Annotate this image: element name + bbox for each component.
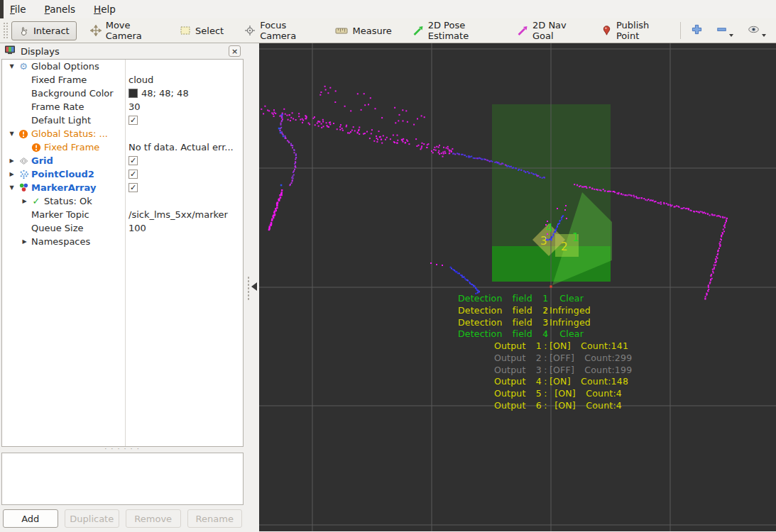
- main-area: Displays × ▼⚙Global OptionsFixed Framecl…: [0, 43, 776, 531]
- measure-label: Measure: [352, 26, 391, 36]
- tree-value-markerarray: ✓: [125, 183, 243, 192]
- collapse-panel-icon[interactable]: [251, 282, 257, 291]
- nav-goal-button[interactable]: 2D Nav Goal: [510, 21, 588, 40]
- expander-right-icon[interactable]: ▶: [19, 198, 30, 204]
- overlay-line-8: Output 4:[ON] Count:148: [458, 376, 649, 387]
- expander-down-icon[interactable]: ▼: [6, 131, 17, 137]
- panel-splitter-handle[interactable]: · · · · · ·: [0, 447, 245, 453]
- expander-down-icon[interactable]: ▼: [6, 63, 17, 70]
- window-edge: [0, 0, 4, 18]
- tree-row-global-status[interactable]: ▼Global Status: ...: [2, 127, 243, 140]
- expander-right-icon[interactable]: ▶: [19, 238, 30, 245]
- focus-camera-button[interactable]: Focus Camera: [237, 21, 322, 40]
- interact-button[interactable]: Interact: [11, 21, 77, 40]
- expander-down-icon[interactable]: ▼: [6, 184, 17, 191]
- nav-goal-label: 2D Nav Goal: [532, 20, 581, 41]
- expander-right-icon[interactable]: ▶: [6, 157, 17, 164]
- tree-row-name: Marker Topic: [2, 209, 125, 220]
- overlay-line-3: Detection field 3:Infringed: [458, 317, 649, 328]
- splitter-grip[interactable]: [247, 276, 251, 300]
- value-text: /sick_lms_5xx/marker: [129, 209, 228, 220]
- tree-row-marker-topic[interactable]: Marker Topic/sick_lms_5xx/marker: [2, 208, 243, 221]
- menu-help[interactable]: Help: [94, 4, 116, 15]
- value-text: 48; 48; 48: [141, 88, 189, 99]
- displays-panel-titlebar[interactable]: Displays ×: [0, 43, 245, 59]
- focus-camera-icon: [244, 25, 256, 36]
- tree-column-divider[interactable]: [125, 60, 126, 446]
- tree-label-grid: Grid: [30, 155, 53, 166]
- overlay-separator: :: [542, 293, 550, 304]
- publish-point-button[interactable]: Publish Point: [594, 21, 672, 40]
- tree-value-fixed-frame: cloud: [125, 74, 243, 85]
- toolbar-grip[interactable]: [3, 22, 8, 39]
- tree-row-frame-rate[interactable]: Frame Rate30: [2, 100, 243, 113]
- move-camera-button[interactable]: Move Camera: [83, 21, 166, 40]
- tree-row-marker-status[interactable]: ▶✓Status: Ok: [2, 194, 243, 208]
- overlay-name: Detection field 3: [458, 317, 542, 328]
- close-icon[interactable]: ×: [229, 45, 241, 57]
- tree-row-name: Fixed Frame: [2, 142, 125, 153]
- tree-row-default-light[interactable]: Default Light✓: [2, 113, 243, 127]
- origin-marker: [550, 285, 552, 287]
- overlay-separator: :: [542, 388, 550, 399]
- checkbox-checked[interactable]: ✓: [129, 170, 138, 179]
- panel-title: Displays: [21, 46, 60, 57]
- expander-right-icon[interactable]: ▶: [6, 171, 17, 177]
- 3d-viewport[interactable]: 4321 Detection field 1: ClearDetection f…: [259, 43, 776, 531]
- tree-row-global-options[interactable]: ▼⚙Global Options: [2, 60, 243, 73]
- overlay-separator: :: [542, 305, 550, 316]
- tree-row-grid[interactable]: ▶Grid✓: [2, 154, 243, 167]
- tree-row-fixed-frame[interactable]: Fixed Framecloud: [2, 73, 243, 87]
- overlay-value: [OFF] Count:299: [550, 353, 649, 364]
- color-swatch[interactable]: [129, 89, 138, 98]
- empty-list-box[interactable]: [1, 453, 244, 505]
- menu-panels[interactable]: Panels: [45, 4, 75, 15]
- remove-button: Remove: [126, 509, 181, 528]
- add-button[interactable]: Add: [3, 509, 58, 528]
- pose-estimate-button[interactable]: 2D Pose Estimate: [405, 21, 503, 40]
- zoom-out-button[interactable]: [712, 22, 738, 39]
- value-text: 30: [129, 101, 141, 112]
- select-button[interactable]: Select: [173, 21, 231, 40]
- tree-value-marker-topic: /sick_lms_5xx/marker: [125, 209, 243, 220]
- menu-file[interactable]: File: [10, 4, 26, 15]
- warning-icon: [17, 129, 30, 139]
- tree-row-name: ▼Global Status: ...: [2, 128, 125, 139]
- zoom-in-button[interactable]: [687, 22, 706, 39]
- overlay-line-1: Detection field 1: Clear: [458, 293, 649, 304]
- tree-row-pointcloud2[interactable]: ▶PointCloud2✓: [2, 167, 243, 181]
- plus-icon: [692, 24, 702, 37]
- tree-row-name: Queue Size: [2, 223, 125, 233]
- overlay-value: [ON] Count:141: [550, 340, 649, 352]
- zoom-out-dropdown-caret[interactable]: [729, 34, 733, 37]
- checkbox-checked[interactable]: ✓: [129, 156, 138, 165]
- visibility-dropdown-caret[interactable]: [762, 34, 766, 37]
- move-camera-label: Move Camera: [106, 20, 159, 41]
- pose-estimate-label: 2D Pose Estimate: [428, 20, 496, 41]
- tree-row-status-fixed-frame[interactable]: Fixed FrameNo tf data. Actual err...: [2, 140, 243, 154]
- measure-button[interactable]: Measure: [328, 21, 398, 40]
- tree-label-frame-rate: Frame Rate: [30, 101, 84, 112]
- panel-viewport-splitter[interactable]: [245, 43, 259, 531]
- detection-fields: [492, 104, 612, 285]
- grid-icon: [17, 156, 30, 166]
- overlay-line-6: Output 2:[OFF] Count:299: [458, 353, 649, 364]
- tree-row-name: ▶Namespaces: [2, 236, 125, 247]
- tree-row-background-color[interactable]: Background Color48; 48; 48: [2, 87, 243, 100]
- overlay-separator: :: [542, 328, 550, 340]
- tree-label-markerarray: MarkerArray: [30, 182, 96, 193]
- pointcloud-icon: [17, 169, 30, 179]
- tree-label-status-fixed-frame: Fixed Frame: [43, 142, 99, 153]
- checkbox-checked[interactable]: ✓: [129, 116, 138, 125]
- overlay-separator: :: [542, 353, 550, 364]
- tree-row-markerarray[interactable]: ▼MarkerArray✓: [2, 181, 243, 194]
- tree-row-name: Background Color: [2, 88, 125, 99]
- tree-row-name: Default Light: [2, 115, 125, 126]
- tree-row-namespaces[interactable]: ▶Namespaces: [2, 235, 243, 248]
- checkbox-checked[interactable]: ✓: [129, 183, 138, 192]
- overlay-separator: :: [542, 340, 550, 352]
- tree-row-queue-size[interactable]: Queue Size100: [2, 221, 243, 235]
- menu-bar: FilePanelsHelp: [0, 0, 776, 18]
- tree-row-name: Fixed Frame: [2, 74, 125, 85]
- visibility-button[interactable]: [743, 22, 770, 39]
